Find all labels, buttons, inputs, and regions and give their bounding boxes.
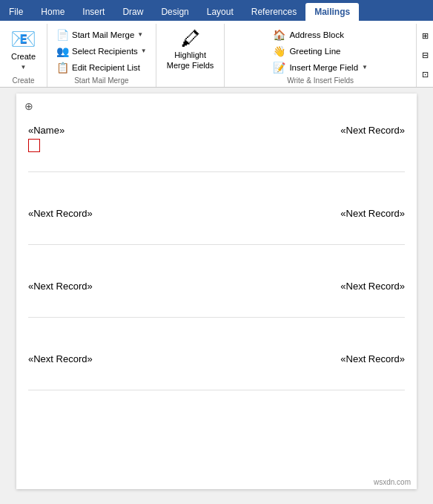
document-section-2: «Next Record» «Next Record» bbox=[28, 178, 405, 245]
ribbon-group-start-mail-merge: 📄 Start Mail Merge ▼ 👥 Select Recipients… bbox=[47, 24, 156, 87]
section-3-left: «Next Record» bbox=[28, 279, 93, 293]
overflow-btn-1[interactable]: ⊞ bbox=[418, 29, 432, 42]
tab-mailings[interactable]: Mailings bbox=[305, 3, 359, 21]
start-mail-merge-buttons: 📄 Start Mail Merge ▼ 👥 Select Recipients… bbox=[52, 25, 151, 75]
insert-merge-field-icon: 📝 bbox=[273, 62, 285, 73]
select-recipients-button[interactable]: 👥 Select Recipients ▼ bbox=[52, 43, 151, 59]
highlight-group-label bbox=[161, 83, 220, 87]
section-1-left: «Name» bbox=[28, 123, 65, 154]
ribbon-tabs: File Home Insert Draw Design Layout Refe… bbox=[0, 0, 433, 21]
watermark: wsxdn.com bbox=[374, 478, 411, 486]
address-block-button[interactable]: 🏠 Address Block bbox=[268, 27, 372, 42]
tab-insert[interactable]: Insert bbox=[73, 3, 113, 21]
insert-merge-field-label: Insert Merge Field bbox=[289, 63, 358, 72]
start-mail-merge-button[interactable]: 📄 Start Mail Merge ▼ bbox=[52, 27, 151, 42]
section-2-row: «Next Record» «Next Record» bbox=[28, 184, 405, 220]
edit-recipient-label: Edit Recipient List bbox=[72, 63, 140, 72]
greeting-line-button[interactable]: 👋 Greeting Line bbox=[268, 43, 372, 59]
section-1-right: «Next Record» bbox=[340, 123, 405, 137]
section-2-left: «Next Record» bbox=[28, 206, 93, 220]
write-insert-items: 🏠 Address Block 👋 Greeting Line 📝 Insert… bbox=[268, 25, 372, 75]
section-4-left: «Next Record» bbox=[28, 352, 93, 366]
ribbon-content: 📧 Create ▼ Create 📄 Start Mail Merge ▼ 👥 bbox=[0, 21, 433, 88]
start-mail-merge-group-label: Start Mail Merge bbox=[52, 75, 151, 87]
greeting-line-icon: 👋 bbox=[273, 45, 285, 57]
document-section-4: «Next Record» «Next Record» bbox=[28, 324, 405, 390]
write-insert-group-label: Write & Insert Fields bbox=[229, 75, 411, 87]
ribbon: File Home Insert Draw Design Layout Refe… bbox=[0, 0, 433, 88]
highlight-label: HighlightMerge Fields bbox=[167, 50, 214, 70]
select-recipients-icon: 👥 bbox=[56, 45, 69, 57]
tab-file[interactable]: File bbox=[0, 3, 32, 21]
name-field: «Name» bbox=[28, 123, 65, 137]
ribbon-overflow: ⊞ ⊟ ⊡ bbox=[417, 24, 433, 87]
highlight-merge-fields-button[interactable]: 🖍 HighlightMerge Fields bbox=[161, 25, 220, 74]
move-handle[interactable]: ⊕ bbox=[22, 99, 36, 113]
start-mail-merge-label: Start Mail Merge bbox=[72, 30, 134, 39]
start-mail-merge-icon: 📄 bbox=[56, 29, 69, 41]
ribbon-group-highlight: 🖍 HighlightMerge Fields bbox=[156, 24, 225, 87]
overflow-btn-3[interactable]: ⊡ bbox=[418, 68, 432, 82]
edit-recipient-list-button[interactable]: 📋 Edit Recipient List bbox=[52, 59, 151, 75]
section-4-row: «Next Record» «Next Record» bbox=[28, 330, 405, 366]
write-insert-content: 🏠 Address Block 👋 Greeting Line 📝 Insert… bbox=[268, 25, 372, 75]
tab-draw[interactable]: Draw bbox=[113, 3, 152, 21]
document-section-3: «Next Record» «Next Record» bbox=[28, 251, 405, 318]
insert-merge-field-button[interactable]: 📝 Insert Merge Field ▼ bbox=[268, 59, 372, 75]
start-mail-merge-content: 📄 Start Mail Merge ▼ 👥 Select Recipients… bbox=[52, 25, 151, 75]
highlight-icon: 🖍 bbox=[181, 29, 200, 48]
document-area: ⊕ «Name» «Next Record» «Next Record» «Ne… bbox=[0, 88, 433, 495]
tab-design[interactable]: Design bbox=[152, 3, 197, 21]
section-2-right: «Next Record» bbox=[340, 206, 405, 220]
ribbon-group-create: 📧 Create ▼ Create bbox=[0, 24, 47, 87]
tab-layout[interactable]: Layout bbox=[198, 3, 242, 21]
greeting-line-label: Greeting Line bbox=[289, 47, 340, 56]
insert-merge-field-arrow: ▼ bbox=[362, 64, 368, 71]
start-mail-merge-arrow: ▼ bbox=[137, 31, 143, 38]
select-recipients-label: Select Recipients bbox=[72, 47, 138, 56]
address-block-label: Address Block bbox=[289, 30, 344, 39]
tab-home[interactable]: Home bbox=[32, 3, 73, 21]
document-section-1: «Name» «Next Record» bbox=[28, 105, 405, 172]
create-button[interactable]: 📧 Create ▼ bbox=[4, 25, 42, 74]
create-icon: 📧 bbox=[10, 29, 36, 50]
ribbon-group-write-insert: 🏠 Address Block 👋 Greeting Line 📝 Insert… bbox=[225, 24, 417, 87]
create-dropdown-arrow: ▼ bbox=[21, 64, 27, 71]
create-label: Create bbox=[11, 52, 36, 62]
section-3-right: «Next Record» bbox=[340, 279, 405, 293]
section-1-row: «Name» «Next Record» bbox=[28, 123, 405, 154]
create-group-label: Create bbox=[4, 75, 42, 87]
label-box bbox=[28, 139, 40, 152]
address-block-icon: 🏠 bbox=[273, 29, 285, 41]
select-recipients-arrow: ▼ bbox=[141, 48, 147, 54]
overflow-btn-2[interactable]: ⊟ bbox=[418, 48, 432, 62]
highlight-content: 🖍 HighlightMerge Fields bbox=[161, 25, 220, 83]
section-4-right: «Next Record» bbox=[340, 352, 405, 366]
create-group-content: 📧 Create ▼ bbox=[4, 25, 42, 75]
edit-recipient-icon: 📋 bbox=[56, 62, 69, 73]
document-page: ⊕ «Name» «Next Record» «Next Record» «Ne… bbox=[16, 94, 417, 489]
section-3-row: «Next Record» «Next Record» bbox=[28, 257, 405, 293]
tab-references[interactable]: References bbox=[242, 3, 305, 21]
